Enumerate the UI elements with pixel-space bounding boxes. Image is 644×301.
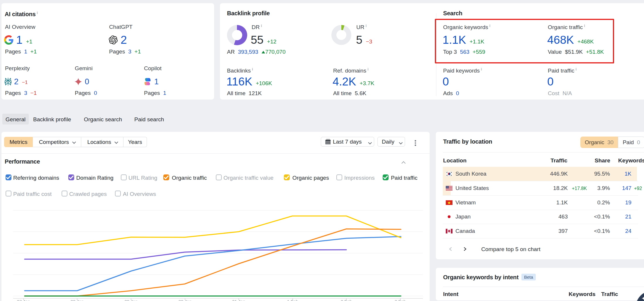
svg-text:2 Feb: 2 Feb [341, 299, 352, 301]
svg-text:30 Jan: 30 Jan [178, 299, 191, 301]
svg-text:28 Jan: 28 Jan [70, 299, 84, 301]
svg-text:1 Feb: 1 Feb [287, 299, 298, 301]
svg-text:29 Jan: 29 Jan [124, 299, 138, 301]
svg-text:3 Feb: 3 Feb [395, 299, 406, 301]
svg-text:31 Jan: 31 Jan [232, 299, 245, 301]
svg-text:27 Jan: 27 Jan [17, 299, 30, 301]
